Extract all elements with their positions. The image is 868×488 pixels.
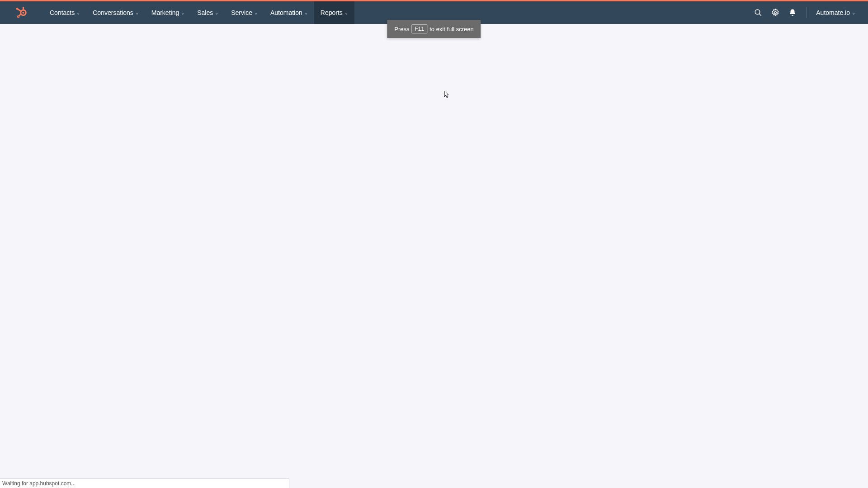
- chevron-down-icon: ⌄: [254, 10, 258, 15]
- svg-point-3: [23, 7, 24, 8]
- browser-status-bar: Waiting for app.hubspot.com...: [0, 479, 289, 488]
- nav-reports[interactable]: Reports ⌄: [314, 1, 354, 24]
- tooltip-suffix: to exit full screen: [429, 26, 474, 33]
- chevron-down-icon: ⌄: [344, 10, 348, 15]
- fullscreen-tooltip: Press F11 to exit full screen: [387, 20, 481, 38]
- settings-button[interactable]: [767, 1, 784, 24]
- nav-label: Conversations: [93, 9, 133, 16]
- notifications-button[interactable]: [784, 1, 801, 24]
- svg-point-10: [774, 12, 777, 14]
- navbar-left: Contacts ⌄ Conversations ⌄ Marketing ⌄ S…: [0, 1, 354, 24]
- gear-icon: [771, 9, 779, 17]
- chevron-down-icon: ⌄: [181, 10, 184, 15]
- nav-label: Contacts: [50, 9, 75, 16]
- sprocket-icon: [15, 6, 28, 19]
- nav-items: Contacts ⌄ Conversations ⌄ Marketing ⌄ S…: [43, 1, 354, 24]
- svg-point-5: [18, 16, 19, 18]
- nav-conversations[interactable]: Conversations ⌄: [86, 1, 145, 24]
- nav-contacts[interactable]: Contacts ⌄: [43, 1, 86, 24]
- nav-label: Reports: [321, 9, 343, 16]
- svg-point-7: [16, 8, 19, 10]
- chevron-down-icon: ⌄: [852, 10, 855, 15]
- hubspot-logo[interactable]: [9, 1, 34, 24]
- search-button[interactable]: [750, 1, 767, 24]
- svg-point-1: [22, 12, 24, 14]
- nav-service[interactable]: Service ⌄: [225, 1, 264, 24]
- nav-marketing[interactable]: Marketing ⌄: [145, 1, 191, 24]
- chevron-down-icon: ⌄: [135, 10, 139, 15]
- tooltip-key: F11: [412, 24, 428, 33]
- account-menu[interactable]: Automate.io ⌄: [812, 9, 859, 16]
- account-label: Automate.io: [816, 9, 850, 16]
- chevron-down-icon: ⌄: [215, 10, 218, 15]
- bell-icon: [788, 9, 797, 17]
- chevron-down-icon: ⌄: [304, 10, 308, 15]
- nav-sales[interactable]: Sales ⌄: [191, 1, 225, 24]
- search-icon: [754, 9, 762, 17]
- tooltip-prefix: Press: [394, 26, 409, 33]
- navbar-divider: [807, 7, 807, 18]
- nav-label: Automation: [270, 9, 302, 16]
- mouse-cursor: [444, 90, 450, 100]
- nav-label: Marketing: [151, 9, 179, 16]
- status-text: Waiting for app.hubspot.com...: [2, 480, 75, 487]
- nav-automation[interactable]: Automation ⌄: [264, 1, 314, 24]
- chevron-down-icon: ⌄: [76, 10, 80, 15]
- nav-label: Service: [231, 9, 252, 16]
- svg-line-9: [760, 14, 762, 16]
- navbar-right: Automate.io ⌄: [750, 1, 859, 24]
- nav-label: Sales: [197, 9, 213, 16]
- svg-point-8: [755, 9, 760, 14]
